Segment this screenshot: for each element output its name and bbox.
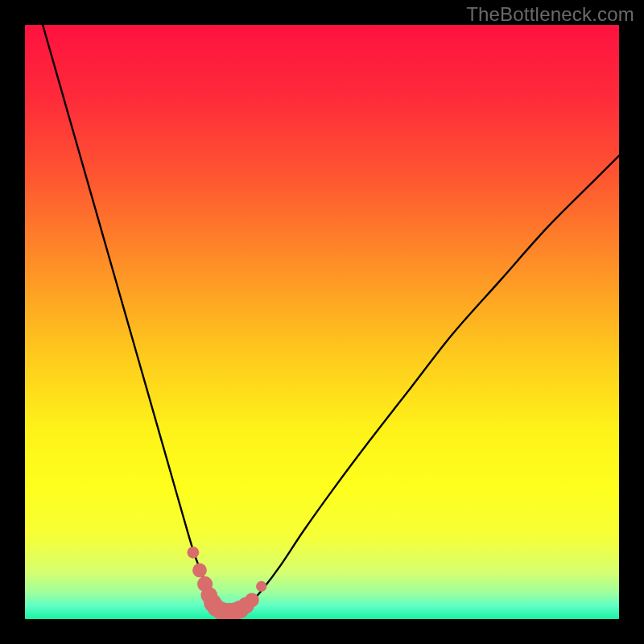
watermark-text: TheBottleneck.com <box>466 3 634 26</box>
marker-point <box>256 581 266 592</box>
chart-frame: TheBottleneck.com <box>0 0 644 644</box>
marker-point <box>187 547 199 559</box>
marker-point <box>192 564 207 578</box>
gradient-background <box>25 25 619 619</box>
bottleneck-chart <box>25 25 619 619</box>
marker-point <box>245 593 259 608</box>
plot-area <box>25 25 619 619</box>
